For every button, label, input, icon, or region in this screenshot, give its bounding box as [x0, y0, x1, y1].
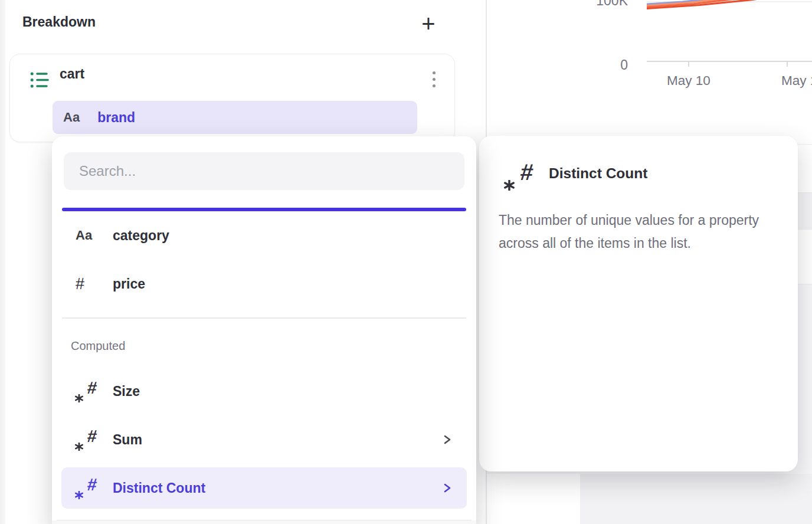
computed-option-size[interactable]: # Size [61, 371, 467, 412]
page-left-edge [0, 0, 5, 524]
x-axis-label-may1: May 1 [781, 73, 812, 89]
property-info-popover: # Distinct Count The number of unique va… [479, 136, 798, 471]
selected-property-label: brand [97, 110, 135, 126]
breakdown-section-title: Breakdown [22, 14, 96, 30]
selected-property-chip[interactable]: Aa brand [53, 101, 417, 134]
more-options-icon[interactable] [427, 65, 441, 93]
table-cell-fragment [580, 474, 812, 524]
add-breakdown-button[interactable]: + [413, 8, 444, 39]
text-type-icon: Aa [76, 228, 92, 243]
list-name: cart [60, 66, 84, 82]
active-tab-indicator [62, 208, 466, 211]
list-icon [30, 71, 49, 89]
chevron-right-icon [443, 434, 451, 446]
computed-number-icon: # [76, 428, 97, 451]
popover-description: The number of unique values for a proper… [499, 209, 781, 255]
computed-section-header: Computed [71, 339, 125, 353]
search-input[interactable] [64, 152, 464, 190]
property-option-price[interactable]: # price [61, 263, 467, 304]
property-dropdown: Aa category # price Computed # Size # Su… [52, 136, 476, 524]
computed-number-icon: # [76, 379, 97, 403]
popover-title: Distinct Count [549, 165, 647, 182]
x-axis-label-may10: May 10 [659, 73, 718, 89]
number-type-icon: # [76, 275, 84, 293]
line-chart-series [647, 0, 812, 30]
screen: Breakdown + cart Aa brand 100K 0 May 10 [0, 0, 812, 524]
computed-number-icon: # [76, 476, 97, 500]
breakdown-card: cart Aa brand [9, 54, 455, 142]
y-axis-tick-0: 0 [596, 57, 628, 73]
property-option-category[interactable]: Aa category [61, 215, 467, 256]
x-axis-tick [787, 62, 788, 67]
computed-option-distinct-count[interactable]: # Distinct Count [61, 467, 467, 509]
dropdown-divider [62, 317, 466, 319]
x-axis-tick [688, 62, 689, 67]
distinct-count-icon: # [505, 161, 533, 191]
y-axis-tick-100k: 100K [578, 0, 628, 9]
computed-option-sum[interactable]: # Sum [61, 419, 467, 460]
chevron-right-icon [443, 482, 451, 494]
text-type-icon: Aa [63, 110, 80, 125]
dropdown-footer [52, 520, 476, 524]
